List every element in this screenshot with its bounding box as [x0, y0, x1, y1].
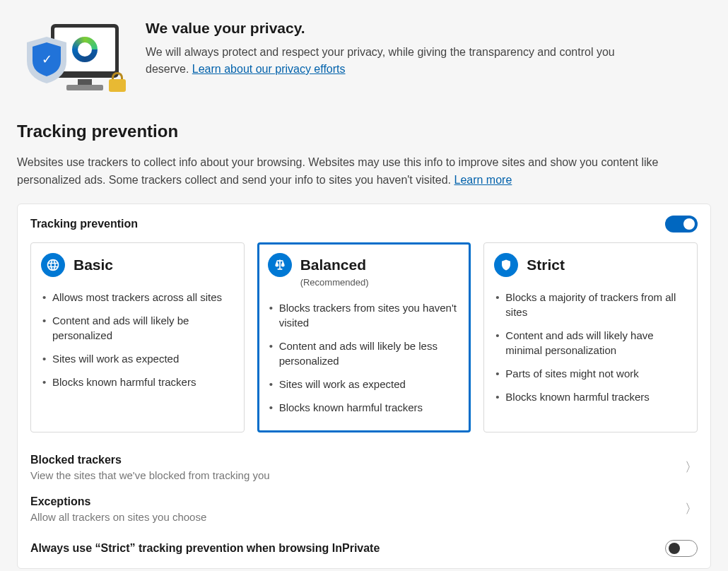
option-balanced-title: Balanced — [300, 257, 366, 273]
list-item: Blocks a majority of trackers from all s… — [494, 286, 687, 324]
banner-description: We will always protect and respect your … — [146, 44, 654, 78]
strict-inprivate-label: Always use “Strict” tracking prevention … — [30, 542, 380, 555]
section-description: Websites use trackers to collect info ab… — [17, 154, 711, 189]
exceptions-desc: Allow all trackers on sites you choose — [30, 511, 206, 523]
list-item: Blocks known harmful trackers — [268, 396, 461, 419]
list-item: Allows most trackers across all sites — [41, 286, 234, 309]
option-balanced-bullets: Blocks trackers from sites you haven't v… — [268, 296, 461, 419]
list-item: Sites will work as expected — [41, 347, 234, 370]
option-basic-bullets: Allows most trackers across all sites Co… — [41, 286, 234, 394]
chevron-right-icon: 〉 — [685, 459, 698, 476]
list-item: Sites will work as expected — [268, 372, 461, 396]
strict-inprivate-toggle[interactable] — [665, 540, 698, 557]
shield-icon — [494, 253, 518, 277]
list-item: Content and ads will likely be personali… — [41, 309, 234, 347]
list-item: Content and ads will likely have minimal… — [494, 324, 687, 362]
option-strict[interactable]: Strict Blocks a majority of trackers fro… — [483, 242, 698, 432]
blocked-trackers-desc: View the sites that we've blocked from t… — [30, 469, 270, 481]
privacy-efforts-link[interactable]: Learn about our privacy efforts — [192, 63, 346, 75]
exceptions-title: Exceptions — [30, 495, 206, 508]
balance-scale-icon — [268, 253, 292, 277]
option-basic[interactable]: Basic Allows most trackers across all si… — [30, 242, 245, 432]
tracking-level-options: Basic Allows most trackers across all si… — [30, 242, 698, 432]
option-basic-title: Basic — [74, 257, 113, 273]
blocked-trackers-title: Blocked trackers — [30, 454, 270, 466]
strict-inprivate-row: Always use “Strict” tracking prevention … — [30, 530, 698, 561]
earth-icon — [41, 253, 65, 277]
card-title: Tracking prevention — [30, 218, 138, 230]
list-item: Content and ads will likely be less pers… — [268, 334, 461, 372]
blocked-trackers-row[interactable]: Blocked trackers View the sites that we'… — [30, 447, 698, 488]
banner-title: We value your privacy. — [146, 20, 654, 37]
option-balanced-subtitle: (Recommended) — [300, 277, 461, 288]
learn-more-link[interactable]: Learn more — [454, 174, 512, 186]
privacy-banner: ✓ We value your privacy. We will always … — [17, 14, 711, 96]
chevron-right-icon: 〉 — [685, 500, 698, 517]
list-item: Blocks known harmful trackers — [41, 370, 234, 394]
list-item: Blocks trackers from sites you haven't v… — [268, 296, 461, 334]
privacy-illustration: ✓ — [17, 20, 123, 90]
lock-icon — [109, 72, 126, 92]
edge-logo-icon — [72, 37, 98, 62]
list-item: Parts of sites might not work — [494, 362, 687, 385]
option-balanced[interactable]: Balanced (Recommended) Blocks trackers f… — [257, 242, 471, 432]
option-strict-title: Strict — [527, 257, 565, 273]
tracking-prevention-card: Tracking prevention Basic Allows most tr… — [17, 204, 711, 569]
option-strict-bullets: Blocks a majority of trackers from all s… — [494, 286, 687, 408]
exceptions-row[interactable]: Exceptions Allow all trackers on sites y… — [30, 488, 698, 530]
section-title: Tracking prevention — [17, 122, 711, 141]
list-item: Blocks known harmful trackers — [494, 385, 687, 408]
tracking-prevention-toggle[interactable] — [665, 216, 698, 232]
